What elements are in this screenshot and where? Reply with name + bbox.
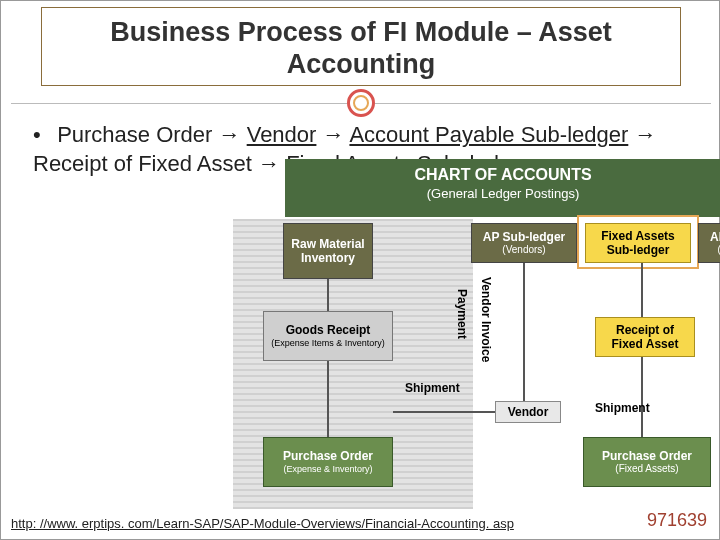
slide: Business Process of FI Module – Asset Ac… <box>0 0 720 540</box>
diagram: CHART OF ACCOUNTS (General Ledger Postin… <box>233 159 720 509</box>
box-fixed-assets-subledger: Fixed Assets Sub-ledger <box>585 223 691 263</box>
box-raw-material: Raw Material Inventory <box>283 223 373 279</box>
flow-step: Receipt of Fixed Asset <box>33 151 252 176</box>
label-shipment: Shipment <box>405 381 460 395</box>
flow-step: Vendor <box>247 122 317 147</box>
title-box: Business Process of FI Module – Asset Ac… <box>41 7 681 86</box>
slide-number: 971639 <box>647 510 707 531</box>
flow-step: Purchase Order <box>57 122 212 147</box>
connector <box>641 263 643 317</box>
connector <box>641 357 643 437</box>
box-goods-receipt: Goods Receipt (Expense Items & Inventory… <box>263 311 393 361</box>
slide-title: Business Process of FI Module – Asset Ac… <box>54 16 668 81</box>
header-line1: CHART OF ACCOUNTS <box>414 166 591 183</box>
label-shipment: Shipment <box>595 401 650 415</box>
label-payment: Payment <box>455 289 469 339</box>
box-ar-subledger: AR Su (Cus <box>698 223 720 263</box>
connector <box>523 263 525 401</box>
header-line2: (General Ledger Postings) <box>285 186 720 203</box>
connector <box>327 279 329 311</box>
label-vendor-invoice: Vendor Invoice <box>479 277 493 362</box>
connector <box>327 361 329 437</box>
chart-header: CHART OF ACCOUNTS (General Ledger Postin… <box>285 159 720 217</box>
box-po-fixed-assets: Purchase Order (Fixed Assets) <box>583 437 711 487</box>
connector <box>393 411 495 413</box>
box-vendor: Vendor <box>495 401 561 423</box>
box-ap-subledger: AP Sub-ledger (Vendors) <box>471 223 577 263</box>
source-link[interactable]: http: //www. erptips. com/Learn-SAP/SAP-… <box>11 516 514 531</box>
flow-step: Account Payable Sub-ledger <box>349 122 628 147</box>
box-po-expense: Purchase Order (Expense & Inventory) <box>263 437 393 487</box>
ring-icon <box>347 89 375 117</box>
box-receipt-fixed-asset: Receipt of Fixed Asset <box>595 317 695 357</box>
